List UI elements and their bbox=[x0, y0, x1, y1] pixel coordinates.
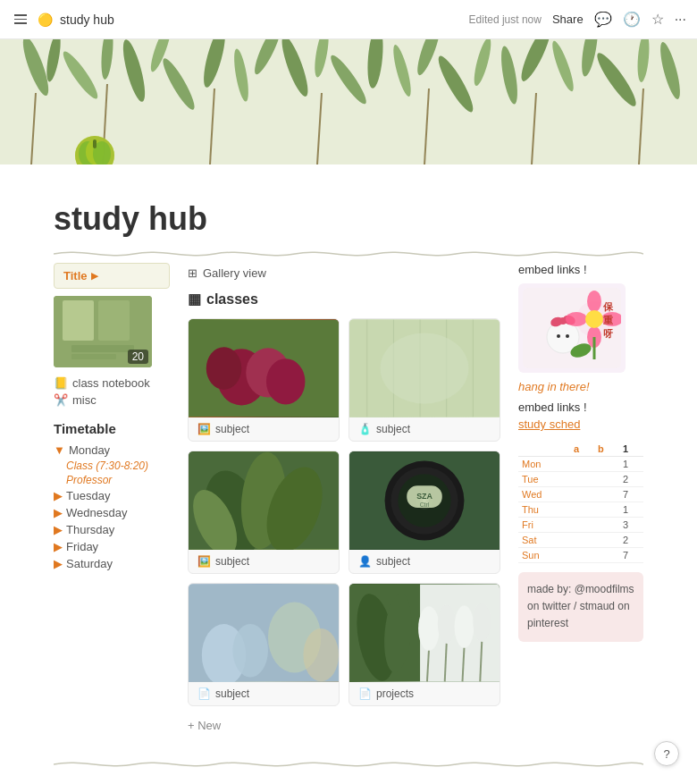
svg-rect-38 bbox=[93, 139, 97, 148]
help-button[interactable]: ? bbox=[654, 741, 679, 766]
title-box[interactable]: Title ▶ bbox=[54, 263, 170, 289]
svg-point-98 bbox=[559, 317, 567, 325]
left-sidebar: Title ▶ 20 📒 class notebook ✂️ misc bbox=[54, 263, 170, 739]
class-notebook-link[interactable]: 📒 class notebook bbox=[54, 375, 170, 392]
topbar-left: 🟡 study hub bbox=[11, 11, 114, 28]
gallery-card-1[interactable]: 🖼️ subject bbox=[188, 318, 340, 442]
embed-title: embed links ! bbox=[518, 263, 643, 276]
card-image-1 bbox=[189, 319, 339, 417]
tulips-svg bbox=[349, 584, 500, 682]
card-image-6 bbox=[349, 584, 500, 682]
clock-icon[interactable]: 🕐 bbox=[623, 11, 641, 28]
embed-links2: embed links ! bbox=[518, 400, 643, 414]
schedule-row-tue: Tue 2 bbox=[518, 472, 643, 487]
main-content: Title ▶ 20 📒 class notebook ✂️ misc bbox=[0, 263, 697, 739]
gallery-card-2[interactable]: 🧴 subject bbox=[348, 318, 500, 442]
gallery-card-6[interactable]: 📄 projects bbox=[348, 583, 500, 706]
card-footer-2: 🧴 subject bbox=[349, 417, 500, 441]
center-content: ⊞ Gallery view ▦ classes bbox=[188, 263, 500, 739]
classes-label: classes bbox=[206, 291, 258, 308]
gallery-card-3[interactable]: 🖼️ subject bbox=[188, 451, 340, 574]
card-footer-1: 🖼️ subject bbox=[189, 417, 339, 441]
schedule-table: a b 1 Mon 1 Tue 2 Wed bbox=[518, 442, 643, 563]
misc-link[interactable]: ✂️ misc bbox=[54, 392, 170, 409]
timetable-section: Timetable ▼ Monday Class (7:30-8:20) Pro… bbox=[54, 421, 170, 572]
menu-icon[interactable] bbox=[11, 11, 30, 28]
svg-text:呀: 呀 bbox=[603, 328, 613, 339]
card-image-3 bbox=[189, 451, 339, 550]
monday-sub-items: Class (7:30-8:20) Professor bbox=[54, 459, 170, 487]
card-label-3: subject bbox=[215, 555, 249, 568]
card-icon-3: 🖼️ bbox=[197, 555, 211, 568]
svg-point-104 bbox=[566, 312, 587, 326]
schedule-row-sun: Sun 7 bbox=[518, 548, 643, 563]
svg-point-100 bbox=[566, 334, 569, 338]
page-title-area: study hub bbox=[0, 164, 697, 247]
edit-status: Edited just now bbox=[469, 13, 542, 26]
day-tuesday[interactable]: ▶ Tuesday bbox=[54, 487, 170, 504]
card-label-1: subject bbox=[215, 423, 249, 435]
more-icon[interactable]: ··· bbox=[675, 12, 686, 28]
card-label-2: subject bbox=[376, 423, 410, 435]
svg-point-99 bbox=[557, 334, 560, 338]
add-new-button[interactable]: + New bbox=[188, 712, 500, 739]
day-mon: Mon bbox=[518, 457, 570, 472]
day-sat: Sat bbox=[518, 533, 570, 548]
schedule-row-fri: Fri 3 bbox=[518, 518, 643, 533]
svg-rect-43 bbox=[71, 354, 116, 359]
day-fri: Fri bbox=[518, 518, 570, 533]
gallery-view-label[interactable]: Gallery view bbox=[203, 266, 266, 280]
svg-text:保: 保 bbox=[602, 301, 614, 312]
card-icon-5: 📄 bbox=[197, 687, 211, 700]
day-thursday[interactable]: ▶ Thursday bbox=[54, 521, 170, 538]
gallery-card-4[interactable]: SZA Ctrl 👤 subject bbox=[348, 451, 500, 574]
sidebar-gallery-thumb[interactable]: 20 bbox=[54, 296, 152, 367]
col-1: 1 bbox=[619, 442, 643, 457]
card-icon-2: 🧴 bbox=[358, 423, 372, 435]
gallery-view-header: ⊞ Gallery view bbox=[188, 263, 500, 283]
figs-svg bbox=[189, 319, 339, 417]
card-footer-5: 📄 subject bbox=[189, 682, 339, 705]
comment-icon[interactable]: 💬 bbox=[594, 11, 612, 28]
monday-chevron-icon: ▼ bbox=[54, 443, 65, 457]
svg-point-85 bbox=[438, 604, 456, 643]
day-wednesday[interactable]: ▶ Wednesday bbox=[54, 504, 170, 521]
gallery-icon: ⊞ bbox=[188, 266, 197, 280]
topbar: 🟡 study hub Edited just now Share 💬 🕐 ☆ … bbox=[0, 0, 697, 39]
page-emoji: 🟡 bbox=[38, 13, 53, 27]
col-day bbox=[518, 442, 570, 457]
star-icon[interactable]: ☆ bbox=[651, 11, 664, 28]
schedule-row-wed: Wed 7 bbox=[518, 487, 643, 502]
timetable-title: Timetable bbox=[54, 421, 170, 436]
monday-professor: Professor bbox=[66, 473, 170, 487]
monday-class: Class (7:30-8:20) bbox=[66, 459, 170, 473]
col-a: a bbox=[570, 442, 594, 457]
made-by-box: made by: @moodfilms on twitter / stmaud … bbox=[518, 572, 643, 642]
study-sched-link[interactable]: study sched bbox=[518, 417, 643, 431]
misc-label: misc bbox=[72, 393, 97, 407]
card-image-2 bbox=[349, 319, 500, 417]
day-friday[interactable]: ▶ Friday bbox=[54, 538, 170, 555]
bottom-wave-divider bbox=[54, 759, 643, 770]
svg-rect-41 bbox=[98, 300, 130, 341]
page-banner bbox=[0, 39, 697, 164]
topbar-right: Edited just now Share 💬 🕐 ☆ ··· bbox=[469, 11, 686, 28]
share-button[interactable]: Share bbox=[552, 13, 584, 26]
class-notebook-label: class notebook bbox=[72, 376, 150, 390]
sticker-box: 保 重 呀 bbox=[518, 283, 626, 373]
title-box-label: Title bbox=[63, 269, 88, 282]
card-image-5 bbox=[189, 584, 339, 682]
svg-text:Ctrl: Ctrl bbox=[420, 502, 430, 508]
card-icon-6: 📄 bbox=[358, 687, 372, 700]
schedule-row-sat: Sat 2 bbox=[518, 533, 643, 548]
sticker-svg: 保 重 呀 bbox=[523, 288, 621, 368]
fabric-svg bbox=[349, 319, 500, 417]
card-label-6: projects bbox=[376, 687, 414, 700]
schedule-row-thu: Thu 1 bbox=[518, 502, 643, 518]
svg-rect-42 bbox=[71, 345, 134, 352]
card-image-4: SZA Ctrl bbox=[349, 451, 500, 550]
gallery-card-5[interactable]: 📄 subject bbox=[188, 583, 340, 706]
day-monday[interactable]: ▼ Monday bbox=[54, 442, 170, 459]
friday-label: Friday bbox=[66, 540, 98, 553]
day-saturday[interactable]: ▶ Saturday bbox=[54, 555, 170, 572]
